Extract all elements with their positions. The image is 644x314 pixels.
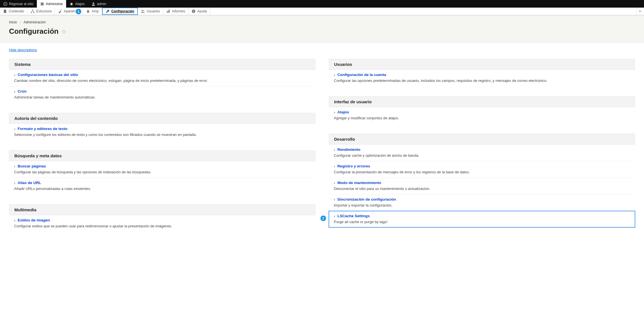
panel-header: Multimedia <box>9 204 315 215</box>
panel-header: Desarrollo <box>329 134 635 145</box>
link-config-basica[interactable]: Configuraciones básicas del sitio <box>18 73 78 77</box>
panel-autoria: Autoría del contenido ›Formato y editore… <box>9 113 315 140</box>
chevron-right-icon: › <box>14 73 15 77</box>
panel-usuarios: Usuarios ›Configuración de la cuenta Con… <box>329 59 635 86</box>
panel-item: ›Modo de mantenimiento Desconectar el si… <box>329 178 635 194</box>
svg-point-6 <box>142 10 143 11</box>
appearance-icon <box>58 9 62 13</box>
link-buscar-paginas[interactable]: Buscar páginas <box>18 164 46 168</box>
chevron-right-icon: › <box>334 214 335 218</box>
back-icon <box>3 2 7 6</box>
svg-rect-9 <box>168 10 169 13</box>
tab-label: Ayuda <box>197 9 207 13</box>
link-registro-errores[interactable]: Registro y errores <box>337 164 370 168</box>
panel-item: ›Sincronización de configuración Importa… <box>329 194 635 211</box>
item-desc: Configurar la presentación de mensajes d… <box>334 170 635 174</box>
link-modo-mantenimiento[interactable]: Modo de mantenimiento <box>337 181 381 185</box>
item-desc: Importar y exportar la configuración. <box>334 203 635 207</box>
link-config-cuenta[interactable]: Configuración de la cuenta <box>337 73 386 77</box>
item-desc: Cambiar nombre del sitio, dirección de c… <box>14 78 315 83</box>
panel-item: ›Formato y editores de texto Seleccione … <box>9 124 315 140</box>
region-header: Inicio › Administración Configuración ☆ <box>0 15 644 43</box>
hide-descriptions-link[interactable]: Hide descriptions <box>9 48 37 52</box>
item-desc: Seleccione y configure los editores de t… <box>14 133 315 137</box>
link-alias-url[interactable]: Alias de URL <box>18 181 41 185</box>
tab-ayuda[interactable]: ? Ayuda <box>189 8 210 15</box>
panel-item: ›Registro y errores Configurar la presen… <box>329 161 635 178</box>
chevron-right-icon: › <box>334 73 335 77</box>
svg-point-0 <box>4 2 7 5</box>
chevron-right-icon: › <box>14 89 15 93</box>
wrench-icon <box>106 9 110 13</box>
annotation-1: 1 <box>76 9 81 14</box>
arrow-icon <box>639 10 642 13</box>
panel-item: ›Configuraciones básicas del sitio Cambi… <box>9 70 315 86</box>
svg-point-7 <box>143 10 144 12</box>
tab-label: Configuración <box>111 9 134 13</box>
back-to-site[interactable]: Regresar al sitio <box>0 0 37 8</box>
panel-header: Usuarios <box>329 59 635 70</box>
panel-busqueda: Búsqueda y meta datos ›Buscar páginas Co… <box>9 150 315 194</box>
breadcrumb-home[interactable]: Inicio <box>9 20 17 24</box>
tab-ampliar[interactable]: Amp <box>83 8 102 15</box>
link-estilos-imagen[interactable]: Estilos de imagen <box>18 218 50 222</box>
link-lscache-settings[interactable]: LSCache Settings <box>337 214 370 218</box>
star-outline-icon[interactable]: ☆ <box>61 28 66 35</box>
svg-point-1 <box>93 2 94 4</box>
user-icon <box>91 2 95 6</box>
tab-informes[interactable]: Informes <box>163 8 189 15</box>
tab-usuarios[interactable]: Usuarios <box>138 8 163 15</box>
svg-rect-10 <box>169 10 170 13</box>
chevron-right-icon: › <box>14 127 15 131</box>
panel-interfaz: Interfaz de usuario ›Atajos Agregar y mo… <box>329 96 635 124</box>
tab-label: Amp <box>92 9 99 13</box>
chevron-right-icon: › <box>14 164 15 168</box>
panel-header: Sistema <box>9 59 315 70</box>
back-label: Regresar al sitio <box>9 2 33 6</box>
toolbar-top: Regresar al sitio Administrar Atajos adm… <box>0 0 644 8</box>
item-desc: Desconectar el sitio para su mantenimien… <box>334 187 635 191</box>
svg-rect-3 <box>31 12 32 13</box>
item-desc: Configurar cache y optimización de ancho… <box>334 153 635 158</box>
tab-label: Usuarios <box>147 9 160 13</box>
panel-item: ›Cron Administrar tareas de mantenimient… <box>9 86 315 103</box>
link-sincronizacion[interactable]: Sincronización de configuración <box>337 197 396 201</box>
chevron-right-icon: › <box>334 148 335 152</box>
shortcuts-label: Atajos <box>75 2 84 6</box>
page-title: Configuración ☆ <box>9 27 635 36</box>
panel-header: Autoría del contenido <box>9 113 315 124</box>
link-cron[interactable]: Cron <box>18 89 27 93</box>
user-label: admin <box>97 2 106 6</box>
panel-item: ›Rendimiento Configurar cache y optimiza… <box>329 145 635 161</box>
manage-label: Administrar <box>46 2 63 6</box>
link-rendimiento[interactable]: Rendimiento <box>337 147 360 152</box>
panel-item: ›Buscar páginas Configurar las páginas d… <box>9 161 315 178</box>
toolbar-orientation-toggle[interactable] <box>636 8 644 15</box>
chevron-right-icon: › <box>334 110 335 114</box>
panel-item: ›Configuración de la cuenta Configurar l… <box>329 70 635 86</box>
user-menu[interactable]: admin <box>88 0 110 8</box>
link-atajos[interactable]: Atajos <box>337 110 349 114</box>
chevron-right-icon: › <box>334 181 335 185</box>
item-desc: Administrar tareas de mantenimiento auto… <box>14 95 315 99</box>
manage-toggle[interactable]: Administrar <box>37 0 66 8</box>
tab-label: Informes <box>172 9 185 13</box>
item-desc: Agregar y modificar conjuntos de atajos. <box>334 116 635 120</box>
panel-header: Interfaz de usuario <box>329 96 635 107</box>
item-desc: Configurar las páginas de búsqueda y las… <box>14 170 315 174</box>
shortcuts-toggle[interactable]: Atajos <box>66 0 88 8</box>
tab-configuracion[interactable]: Configuración <box>102 8 138 15</box>
tab-estructura[interactable]: Estructura <box>28 8 55 15</box>
content: Hide descriptions Sistema ›Configuracion… <box>0 43 644 253</box>
tab-contenido[interactable]: Contenido <box>0 8 28 15</box>
svg-rect-5 <box>61 10 62 10</box>
link-formatos[interactable]: Formato y editores de texto <box>18 127 68 131</box>
svg-rect-4 <box>33 12 34 13</box>
breadcrumb-admin[interactable]: Administración <box>24 20 46 24</box>
help-icon: ? <box>192 9 196 13</box>
extend-icon <box>86 9 90 13</box>
svg-rect-8 <box>167 11 168 13</box>
star-icon <box>69 2 73 6</box>
panel-item-lscache: ›LSCache Settings Purge all cache or pur… <box>329 211 635 227</box>
item-desc: Configurar las opciones predeterminadas … <box>334 78 635 83</box>
